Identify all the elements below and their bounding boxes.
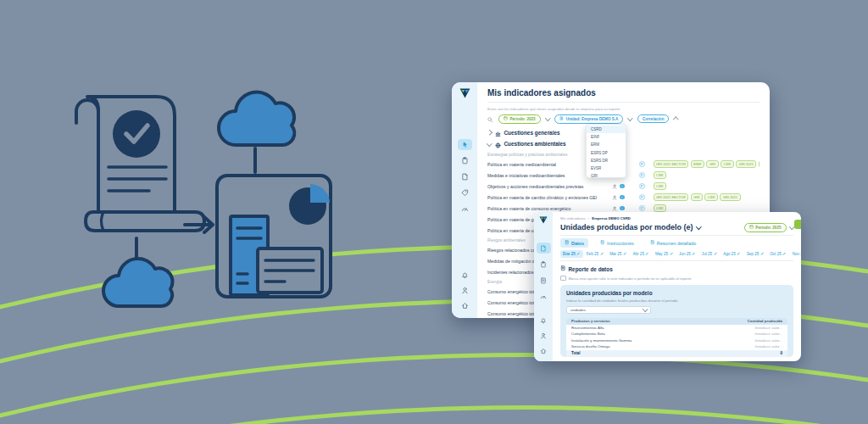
- chevron-up-icon[interactable]: [674, 117, 679, 122]
- pencil-icon: [760, 252, 765, 256]
- month-tab[interactable]: Jun 25: [676, 250, 698, 258]
- hand-icon: [461, 141, 469, 148]
- month-label: Nov 25: [793, 252, 801, 256]
- correlation-badge: GRI 2021 SECTOR: [654, 193, 689, 201]
- correlation-badge: CSR: [654, 204, 666, 212]
- correlation-badge: CSR: [654, 171, 666, 179]
- user-icon: [461, 287, 469, 294]
- quantity-input[interactable]: Introducir valor...: [755, 344, 782, 349]
- logo-icon: [459, 88, 470, 98]
- sidebar-item-file-icon[interactable]: [458, 171, 472, 182]
- sidebar-item-user-icon[interactable]: [537, 330, 551, 341]
- correlation-filter-pill[interactable]: Correlación: [637, 114, 670, 123]
- sidebar-item-clipboard-icon[interactable]: [458, 155, 472, 166]
- correlation-option[interactable]: ESRS DR: [587, 157, 626, 165]
- quantity-input[interactable]: Introducir valor...: [755, 332, 782, 336]
- chevron-down-icon[interactable]: [789, 224, 794, 229]
- month-tab[interactable]: Abr 25: [630, 250, 652, 258]
- sidebar-item-doc-icon[interactable]: [537, 275, 551, 286]
- dashboard-panel-icon: [217, 176, 331, 297]
- user-icon: [612, 184, 617, 189]
- sidebar-item-bell-icon[interactable]: [458, 270, 472, 281]
- month-tab[interactable]: Ago 25: [721, 250, 743, 258]
- info-icon[interactable]: i: [620, 184, 625, 189]
- pencil-icon: [782, 252, 787, 256]
- chevron-down-icon[interactable]: [696, 224, 701, 229]
- quantity-input[interactable]: Introducir valor...: [755, 326, 782, 330]
- search-icon: [487, 117, 493, 123]
- period-pill[interactable]: Periodo: 2025: [744, 223, 787, 232]
- status-badge: P: [639, 183, 645, 189]
- correlation-badge: EINF: [691, 160, 704, 168]
- month-tab[interactable]: May 25: [653, 250, 676, 258]
- month-tab[interactable]: Jul 25: [699, 250, 720, 258]
- logo-icon: [539, 216, 548, 224]
- not-applicable-checkbox[interactable]: [560, 276, 566, 282]
- chevron-down-icon[interactable]: [627, 115, 632, 120]
- month-tab[interactable]: Nov 25: [790, 250, 801, 258]
- indicator-row[interactable]: Objetivos y acciones medioambientales pr…: [487, 181, 760, 192]
- tab-datos[interactable]: Datos: [560, 238, 588, 248]
- month-tab[interactable]: Oct 25: [767, 250, 789, 258]
- tag-icon: [461, 189, 469, 197]
- pencil-icon: [645, 252, 649, 256]
- sidebar-item-hand-icon[interactable]: [458, 139, 472, 150]
- sidebar-item-bell-icon[interactable]: [537, 315, 551, 326]
- calendar-icon: [749, 225, 754, 230]
- correlation-option[interactable]: EINF: [587, 133, 626, 141]
- clipboard-icon: [461, 157, 469, 165]
- correlation-badge: CSR: [721, 160, 733, 168]
- building-icon: [559, 116, 564, 121]
- unit-select[interactable]: unidades: [566, 306, 651, 314]
- checkbox-label: Marca esta opción sólo si este indicador…: [569, 276, 693, 281]
- info-icon[interactable]: i: [620, 206, 625, 211]
- tab-bar: Datos Instrucciones Resumen detallado: [560, 238, 793, 248]
- correlation-option[interactable]: ESRS DP: [587, 149, 626, 157]
- data-entry-card: Unidades producidas por modelo Indicar l…: [560, 285, 793, 357]
- month-tab[interactable]: Mar 25: [607, 250, 629, 258]
- sidebar-item-home-icon[interactable]: [537, 345, 551, 356]
- quantity-input[interactable]: Introducir valor...: [755, 338, 782, 343]
- doc-icon: [560, 265, 566, 272]
- sidebar-item-user-icon[interactable]: [458, 285, 472, 296]
- sidebar-item-home-icon[interactable]: [458, 300, 472, 311]
- status-badge: P: [639, 172, 645, 178]
- save-button[interactable]: [794, 220, 801, 229]
- globe-icon: [495, 137, 501, 152]
- breadcrumb[interactable]: Mis indicadores › Empresa DEMO CSRD: [560, 216, 793, 220]
- sidebar-item-gauge-icon[interactable]: [537, 291, 551, 302]
- tab-resumen[interactable]: Resumen detallado: [646, 238, 700, 248]
- search-icon[interactable]: [487, 111, 493, 126]
- month-label: Ene 25: [563, 252, 576, 256]
- unit-filter-pill[interactable]: Unidad: Empresa DEMO S.A: [554, 114, 623, 124]
- indicator-detail-window: Mis indicadores › Empresa DEMO CSRD Unid…: [534, 212, 801, 361]
- correlation-option[interactable]: ERM: [587, 141, 626, 148]
- period-filter-pill[interactable]: Periodo: 2023: [498, 114, 541, 124]
- pencil-icon: [692, 252, 696, 256]
- info-icon[interactable]: i: [620, 195, 625, 200]
- sidebar-item-file-icon[interactable]: [537, 243, 551, 254]
- status-badge: P: [639, 161, 645, 167]
- chevron-down-icon[interactable]: [545, 115, 550, 120]
- correlation-badge: GRI: [706, 160, 718, 168]
- month-tab[interactable]: Ene 25: [560, 250, 583, 258]
- data-flow-illustration: [59, 81, 348, 318]
- month-label: Mar 25: [609, 252, 621, 256]
- table-header: Productos y servicios: [571, 319, 610, 323]
- user-icon: [540, 332, 547, 339]
- sidebar-item-gauge-icon[interactable]: [458, 204, 472, 215]
- month-tab[interactable]: Feb 25: [584, 250, 606, 258]
- correlation-option[interactable]: EVSR: [587, 165, 626, 172]
- tab-instrucciones[interactable]: Instrucciones: [596, 238, 638, 248]
- correlation-option[interactable]: CSRD: [587, 126, 626, 133]
- table-row: Complementos BetaIntroducir valor...: [566, 331, 787, 338]
- hero-banner: Mis indicadores asignados Estos son los …: [0, 0, 868, 424]
- sidebar-item-clipboard-icon[interactable]: [537, 259, 551, 270]
- pencil-icon: [714, 252, 718, 256]
- calendar-icon: [504, 116, 508, 121]
- indicator-row[interactable]: Política en materia de cambio climático …: [487, 192, 760, 203]
- sidebar: [452, 82, 477, 318]
- correlation-option[interactable]: GRI: [587, 172, 626, 178]
- sidebar-item-tag-icon[interactable]: [458, 187, 472, 198]
- month-tab[interactable]: Sep 25: [744, 250, 767, 258]
